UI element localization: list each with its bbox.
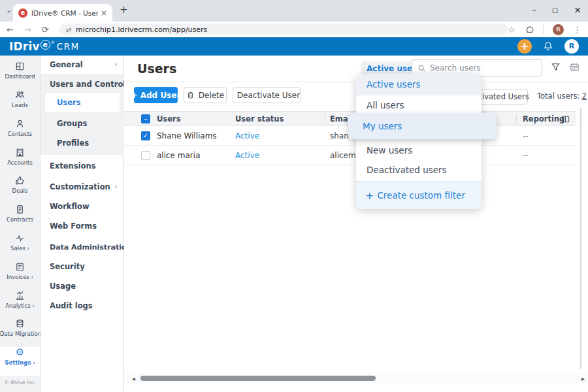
gear-icon: ⚙ — [0, 347, 40, 358]
menu-item-security[interactable]: Security — [41, 257, 124, 276]
menu-item-profiles[interactable]: Profiles — [41, 134, 124, 152]
extensions-icon[interactable] — [525, 25, 534, 34]
menu-item-web-forms[interactable]: Web Forms — [41, 217, 124, 235]
sidebar-item-contracts[interactable]: Contracts — [0, 204, 40, 231]
sidebar-item-invoices[interactable]: Invoices › — [0, 261, 40, 289]
scroll-left-icon[interactable]: ◂ — [132, 375, 135, 382]
window-close-button[interactable]: × — [574, 5, 581, 15]
reload-icon[interactable]: ⟳ — [42, 25, 49, 35]
sidebar-item-sales[interactable]: Sales › — [0, 233, 40, 260]
search-input[interactable] — [430, 63, 534, 73]
chevron-right-icon: › — [115, 56, 118, 74]
copyright-footer: © IDrive Inc. — [0, 380, 40, 385]
sidebar-item-leads[interactable]: Leads — [0, 90, 40, 117]
menu-item-workflow[interactable]: Workflow — [41, 197, 124, 216]
menu-item-audit-logs[interactable]: Audit logs — [41, 297, 124, 315]
table-row[interactable]: alice maria Active alicemaria -- — [124, 146, 576, 165]
new-tab-button[interactable]: + — [120, 5, 128, 15]
sidebar-item-analytics[interactable]: Analytics › — [0, 290, 40, 318]
menu-item-customization[interactable]: Customization› — [41, 178, 124, 196]
browser-tab-strip: ⌄ e IDrive® CRM - Users × + – ▢ × — [0, 0, 588, 22]
cell-reporting: -- — [523, 146, 529, 165]
sidebar-item-data-migration[interactable]: Data Migration — [0, 318, 40, 346]
scroll-right-icon[interactable]: ▸ — [581, 375, 585, 382]
address-bar[interactable]: ⇄ microchip1.idrivecrm.com/app/users — [59, 24, 508, 35]
vertical-scrollbar[interactable] — [580, 108, 581, 369]
menu-item-general[interactable]: General› — [41, 56, 124, 74]
sales-icon — [14, 233, 25, 244]
delete-button[interactable]: Delete — [184, 87, 227, 103]
row-checkbox-checked[interactable]: ✓ — [141, 131, 150, 140]
cell-user-name[interactable]: alice maria — [157, 146, 200, 165]
search-icon — [417, 64, 426, 73]
logo-text: IDriv — [9, 40, 40, 53]
chevron-right-icon: › — [115, 178, 118, 196]
site-info-icon[interactable]: ⇄ — [66, 26, 71, 33]
deactivate-user-button[interactable]: Deactivate User — [233, 87, 301, 103]
menu-item-data-administration[interactable]: Data Administration› — [41, 238, 124, 256]
deals-icon — [14, 175, 25, 186]
quick-add-button[interactable]: + — [517, 39, 532, 54]
dropdown-option-deactivated-users[interactable]: Deactivated users — [356, 160, 482, 180]
chevron-right-icon: › — [31, 274, 33, 280]
browser-menu-icon[interactable]: ⋮ — [573, 25, 581, 35]
sidebar-item-deals[interactable]: Deals — [0, 175, 40, 203]
logo-reg-mark: ® — [51, 40, 55, 45]
column-header-users[interactable]: Users — [157, 112, 181, 127]
menu-item-usage[interactable]: Usage — [41, 277, 124, 295]
logo-e-icon: e — [41, 40, 50, 50]
sidebar-item-contacts[interactable]: Contacts — [0, 118, 40, 146]
cell-reporting: -- — [523, 126, 529, 146]
dropdown-option-my-users[interactable]: My users — [348, 113, 497, 139]
invoices-icon — [14, 261, 25, 272]
dropdown-option-all-users[interactable]: All users — [356, 95, 482, 115]
back-icon[interactable]: ← — [7, 25, 14, 35]
chevron-down-icon[interactable]: ⌄ — [6, 6, 12, 14]
row-checkbox-unchecked[interactable] — [141, 151, 150, 160]
dropdown-option-new-users[interactable]: New users — [356, 140, 482, 160]
add-user-button[interactable]: +Add User — [134, 87, 178, 103]
chevron-right-icon: › — [27, 246, 29, 252]
column-header-user-status[interactable]: User status — [235, 112, 284, 127]
dropdown-option-active-users[interactable]: Active users — [356, 74, 482, 95]
sidebar-item-settings[interactable]: ⚙ Settings › — [0, 347, 40, 376]
user-avatar[interactable]: R — [564, 39, 579, 54]
plus-icon: + — [365, 189, 374, 202]
browser-tab[interactable]: e IDrive® CRM - Users × — [13, 4, 112, 22]
browser-profile-avatar[interactable]: R — [553, 24, 564, 35]
select-all-checkbox[interactable]: – — [141, 114, 150, 123]
cell-user-name[interactable]: Shane Williams — [157, 126, 217, 146]
chevron-right-icon: › — [33, 360, 35, 366]
logo-crm-text: CRM — [57, 40, 80, 53]
window-minimize-button[interactable]: – — [532, 5, 536, 14]
window-maximize-button[interactable]: ▢ — [552, 7, 558, 14]
bookmark-star-icon[interactable]: ☆ — [508, 25, 515, 35]
menu-item-groups[interactable]: Groups — [41, 114, 124, 133]
leads-icon — [14, 90, 25, 101]
menu-item-users-and-control[interactable]: Users and Control› — [41, 75, 124, 93]
create-custom-filter-button[interactable]: +Create custom filter — [356, 181, 482, 209]
notifications-bell-icon[interactable] — [543, 41, 553, 52]
accounts-icon — [14, 147, 25, 158]
total-users-count: Total users:2 — [537, 91, 587, 101]
chevron-down-icon: › — [107, 83, 125, 86]
sidebar-item-accounts[interactable]: Accounts — [0, 147, 40, 174]
manage-columns-icon[interactable] — [561, 114, 570, 126]
chevron-right-icon: › — [33, 303, 35, 309]
filter-funnel-icon[interactable] — [550, 61, 561, 74]
sidebar-item-dashboard[interactable]: Dashboard — [0, 61, 40, 88]
browser-url-bar: ← → ⟳ ⇄ microchip1.idrivecrm.com/app/use… — [0, 22, 588, 37]
menu-item-users[interactable]: Users — [45, 93, 120, 112]
forward-icon[interactable]: → — [24, 25, 31, 35]
tab-title: IDrive® CRM - Users — [31, 9, 98, 17]
column-header-reporting[interactable]: Reporting — [523, 112, 564, 127]
settings-submenu: General› Users and Control› Users Groups… — [41, 56, 124, 392]
divider — [543, 25, 544, 34]
tab-close-icon[interactable]: × — [101, 8, 107, 18]
menu-item-extensions[interactable]: Extensions — [41, 157, 124, 175]
url-text: microchip1.idrivecrm.com/app/users — [76, 25, 207, 34]
calendar-icon[interactable] — [569, 61, 580, 74]
horizontal-scrollbar-thumb[interactable] — [140, 376, 376, 381]
data-migration-icon — [14, 318, 25, 329]
trash-icon — [186, 91, 195, 99]
